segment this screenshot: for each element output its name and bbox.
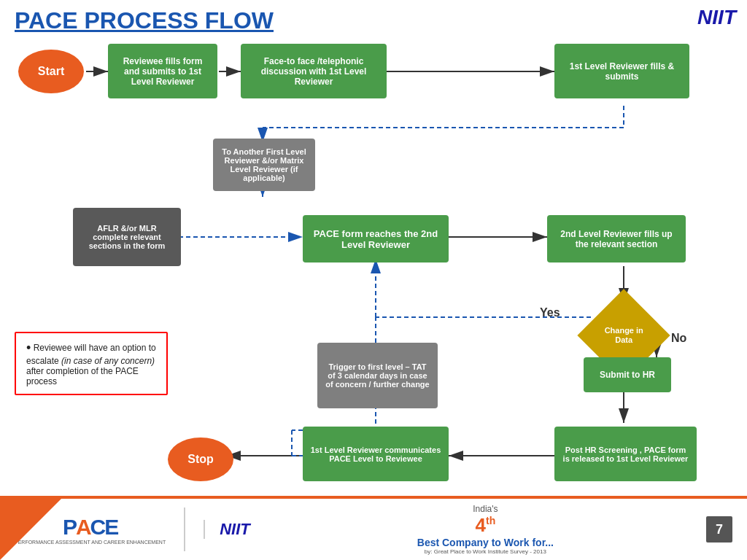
no-label: No [671,332,686,345]
box-reviewee-fills: Reviewee fills form and submits to 1st L… [108,44,217,98]
box-face-to-face: Face-to face /telephonic discussion with… [241,44,387,98]
box-2nd-reviewer-fills: 2nd Level Reviewer fills up the relevant… [547,215,686,262]
footer-triangle-decoration [0,496,64,560]
box-submit-hr: Submit to HR [584,357,671,392]
box-1st-reviewer-fills: 1st Level Reviewer fills & submits [554,44,689,98]
footer-divider [184,508,185,551]
footer: P A CE PERFORMANCE ASSESSMENT AND CAREER… [0,496,747,560]
stop-ellipse: Stop [168,438,233,481]
niit-logo: NIIT [697,6,736,29]
box-another-reviewer: To Another First Level Reviewer &/or Mat… [213,139,315,191]
box-post-hr: Post HR Screening , PACE form is release… [554,427,697,481]
info-box: • Reviewee will have an option to escala… [15,332,168,395]
niit-footer-logo: NIIT [204,520,250,539]
box-pace-form-2nd: PACE form reaches the 2nd Level Reviewer [303,215,449,262]
page-number: 7 [706,516,732,542]
box-1st-communicates: 1st Level Reviewer communicates PACE Lev… [303,427,449,481]
yes1-label: Yes [540,306,560,319]
start-ellipse: Start [18,50,84,93]
india-best-section: India's 4th Best Company to Work for... … [417,504,554,555]
page-title: PACE PROCESS FLOW [15,7,274,34]
box-aflr-mlr: AFLR &/or MLR complete relevant sections… [73,208,181,266]
box-trigger: Trigger to first level – TAT of 3 calend… [317,343,438,408]
